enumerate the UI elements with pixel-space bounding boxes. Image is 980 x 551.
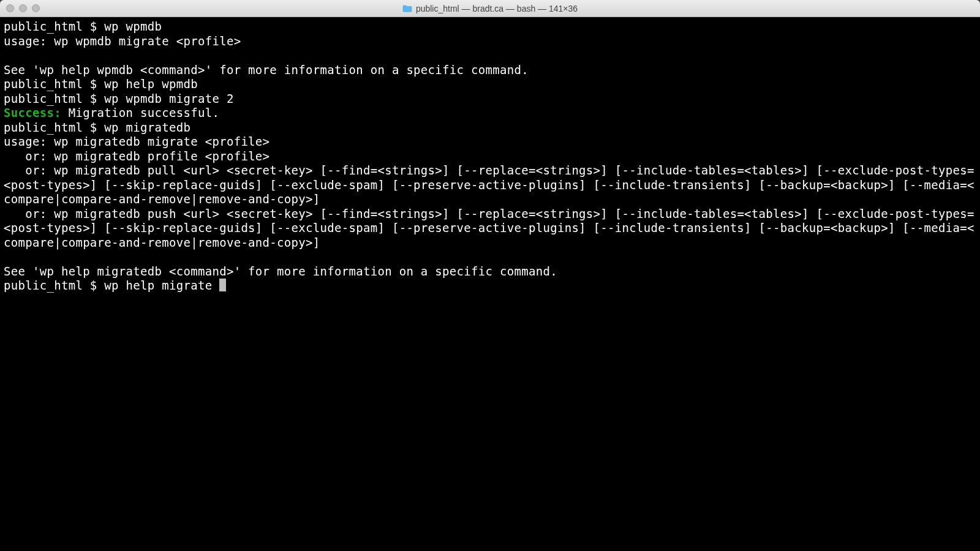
command-input: wp wpmdb migrate 2 (104, 92, 233, 105)
close-icon[interactable] (6, 4, 14, 12)
terminal-body[interactable]: public_html $ wp wpmdb usage: wp wpmdb m… (0, 17, 980, 551)
cursor-block (219, 279, 226, 291)
output-line: or: wp migratedb push <url> <secret-key>… (4, 207, 974, 249)
minimize-icon[interactable] (19, 4, 27, 12)
zoom-icon[interactable] (32, 4, 40, 12)
command-input: wp migratedb (104, 121, 190, 134)
window-title: public_html — bradt.ca — bash — 141×36 (0, 4, 980, 13)
prompt: public_html $ (4, 20, 104, 33)
output-line: or: wp migratedb profile <profile> (4, 149, 270, 163)
prompt: public_html $ (4, 121, 104, 134)
folder-icon (402, 5, 412, 12)
success-label: Success: (4, 106, 61, 119)
output-line: See 'wp help wpmdb <command>' for more i… (4, 63, 529, 77)
output-line: usage: wp wpmdb migrate <profile> (4, 34, 241, 48)
command-input: wp wpmdb (104, 20, 162, 33)
window-title-text: public_html — bradt.ca — bash — 141×36 (416, 4, 578, 13)
output-line: usage: wp migratedb migrate <profile> (4, 135, 270, 148)
command-input: wp help migrate (104, 279, 219, 292)
terminal-window: public_html — bradt.ca — bash — 141×36 p… (0, 0, 980, 551)
output-line: Migration successful. (61, 106, 219, 119)
prompt: public_html $ (4, 77, 104, 91)
output-line: or: wp migratedb pull <url> <secret-key>… (4, 163, 974, 206)
prompt: public_html $ (4, 279, 104, 292)
output-line: See 'wp help migratedb <command>' for mo… (4, 264, 557, 278)
prompt: public_html $ (4, 92, 104, 105)
command-input: wp help wpmdb (104, 77, 198, 91)
titlebar[interactable]: public_html — bradt.ca — bash — 141×36 (0, 0, 980, 17)
traffic-lights (0, 4, 40, 12)
